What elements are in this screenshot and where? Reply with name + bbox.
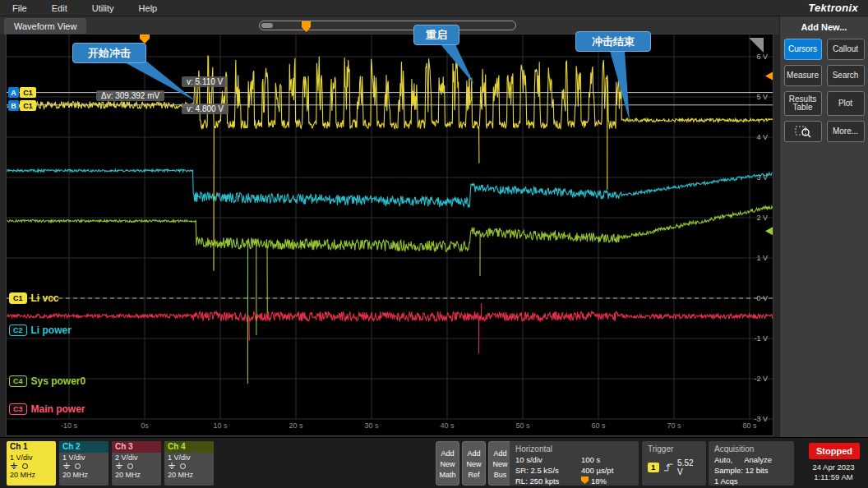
cursor-delta-readout[interactable]: Δv: 309.392 mV — [96, 90, 164, 101]
record-length-value: RL: 250 kpts — [515, 476, 581, 486]
menu-bar: File Edit Utility Help Tektronix — [0, 0, 868, 16]
x-axis-label: -10 s — [61, 421, 78, 430]
position-icon — [581, 476, 589, 484]
vdiv-value: 2 V/div — [112, 453, 161, 463]
more-button[interactable]: More... — [827, 121, 865, 142]
channel-badge-c2: C2 — [9, 325, 27, 336]
trigger-panel[interactable]: Trigger 1 5.52 V — [642, 441, 706, 486]
ground-icon — [10, 463, 18, 470]
channel-badge-c3: C3 — [9, 403, 27, 415]
x-axis-label: 10 s — [213, 421, 228, 430]
y-axis-label: 2 V — [756, 214, 768, 222]
y-axis-label: -3 V — [754, 415, 768, 423]
cursor-a-channel-badge: C1 — [20, 87, 36, 98]
add-new-math-button[interactable]: Add New Math — [436, 441, 459, 486]
cursor-b-tag[interactable]: B C1 — [8, 100, 36, 111]
menu-help[interactable]: Help — [127, 3, 170, 13]
channel-badge-c4: C4 — [9, 375, 27, 387]
add-new-ref-button[interactable]: Add New Ref — [462, 441, 486, 486]
c4-level-marker[interactable] — [765, 227, 773, 235]
trigger-title: Trigger — [648, 444, 700, 454]
add-new-sidebar: Add New... Cursors Callout Measure Searc… — [779, 16, 868, 437]
menu-edit[interactable]: Edit — [39, 3, 80, 13]
trigger-level-marker[interactable] — [765, 72, 773, 81]
ground-icon — [115, 463, 123, 470]
cursors-button[interactable]: Cursors — [784, 39, 822, 60]
oscilloscope-app: File Edit Utility Help Tektronix Wavefor… — [0, 0, 868, 488]
tab-waveform-view[interactable]: Waveform View — [4, 18, 86, 35]
vdiv-value: 1 V/div — [164, 453, 214, 463]
acq-count-value: 1 Acqs — [714, 476, 788, 486]
plot-button[interactable]: Plot — [827, 91, 865, 116]
acq-analyze-label: Analyze — [744, 454, 772, 465]
x-axis-label: 60 s — [591, 421, 606, 430]
datetime-display: 24 Apr 2023 1:11:59 AM — [802, 463, 865, 482]
measure-button[interactable]: Measure — [784, 65, 822, 86]
acq-mode-value: Auto, — [714, 454, 732, 465]
x-axis-label: 50 s — [515, 421, 530, 430]
bandwidth-value: 20 MHz — [59, 470, 108, 480]
resolution-value: 400 µs/pt — [581, 465, 613, 476]
vdiv-value: 1 V/div — [7, 453, 56, 463]
search-button[interactable]: Search — [827, 65, 865, 86]
scrollbar-thumb[interactable] — [261, 23, 273, 28]
bottom-bar: Ch 1 1 V/div 20 MHz Ch 2 1 V/div 20 MHz … — [0, 437, 868, 488]
rising-edge-icon — [663, 463, 674, 472]
channel-label-text: Sys power0 — [31, 375, 86, 387]
cursor-a-badge: A — [8, 87, 19, 98]
callout-impact-end[interactable]: 冲击结束 — [575, 31, 651, 52]
channel-name: Ch 4 — [164, 441, 214, 453]
channel-button-ch4[interactable]: Ch 4 1 V/div 20 MHz — [164, 441, 214, 486]
trace-C4 — [7, 206, 773, 384]
probe-icon — [74, 463, 81, 470]
callout-button[interactable]: Callout — [827, 39, 865, 60]
probe-icon — [179, 463, 187, 470]
channel-icons — [112, 463, 161, 470]
zoom-mode-button[interactable] — [784, 121, 822, 142]
x-axis-label: 20 s — [289, 421, 303, 430]
x-axis-label: 70 s — [667, 421, 681, 430]
trace-C3 — [7, 303, 773, 354]
cursor-b-channel-badge: C1 — [20, 100, 36, 111]
horizontal-pan-scrollbar[interactable] — [259, 21, 516, 30]
scale-value: 10 s/div — [515, 454, 581, 465]
channel-icons — [7, 463, 56, 470]
channel-button-ch3[interactable]: Ch 3 2 V/div 20 MHz — [112, 441, 161, 486]
menu-file[interactable]: File — [0, 3, 39, 13]
probe-icon — [127, 463, 134, 470]
channel-label-li-power[interactable]: C2 Li power — [9, 325, 72, 336]
callout-restart[interactable]: 重启 — [413, 25, 459, 45]
y-axis-label: 6 V — [756, 53, 768, 61]
channel-icons — [164, 463, 214, 470]
y-axis-label: 4 V — [756, 133, 768, 141]
run-stop-button[interactable]: Stopped — [809, 443, 860, 459]
y-axis-label: 1 V — [756, 254, 768, 262]
horizontal-panel[interactable]: Horizontal 10 s/div100 s SR: 2.5 kS/s400… — [510, 441, 639, 486]
date-value: 24 Apr 2023 — [802, 463, 865, 472]
cursor-b-readout[interactable]: v: 4.800 V — [182, 104, 229, 114]
channel-button-ch2[interactable]: Ch 2 1 V/div 20 MHz — [59, 441, 108, 486]
trigger-level-value: 5.52 V — [677, 458, 700, 476]
channel-label-main-power[interactable]: C3 Main power — [9, 403, 85, 415]
channel-button-ch1[interactable]: Ch 1 1 V/div 20 MHz — [7, 441, 56, 486]
sample-rate-value: SR: 2.5 kS/s — [515, 465, 581, 476]
cursor-a-readout[interactable]: v: 5.110 V — [182, 76, 228, 87]
trigger-source-badge: 1 — [648, 463, 659, 472]
ground-icon — [62, 463, 71, 470]
cursor-a-tag[interactable]: A C1 — [8, 87, 36, 98]
channel-badge-c1: C1 — [9, 292, 27, 304]
callout-impact-start[interactable]: 开始冲击 — [72, 43, 146, 63]
trace-C2 — [7, 169, 773, 207]
trace-C1 — [7, 56, 773, 271]
acquisition-panel[interactable]: Acquisition Auto,Analyze Sample: 12 bits… — [709, 441, 794, 486]
channel-label-sys-power0[interactable]: C4 Sys power0 — [9, 375, 85, 387]
probe-icon — [21, 463, 29, 470]
results-table-button[interactable]: Results Table — [784, 91, 822, 116]
x-axis-label: 40 s — [440, 421, 455, 430]
add-new-bus-button[interactable]: Add New Bus — [488, 441, 512, 486]
channel-label-li-vcc[interactable]: C1 Li vcc — [9, 292, 59, 304]
waveform-display[interactable]: -10 s0s10 s20 s30 s40 s50 s60 s70 s80 s6… — [7, 35, 773, 435]
menu-utility[interactable]: Utility — [80, 3, 127, 13]
channel-name: Ch 1 — [7, 441, 56, 453]
zoom-box-icon — [795, 125, 811, 138]
